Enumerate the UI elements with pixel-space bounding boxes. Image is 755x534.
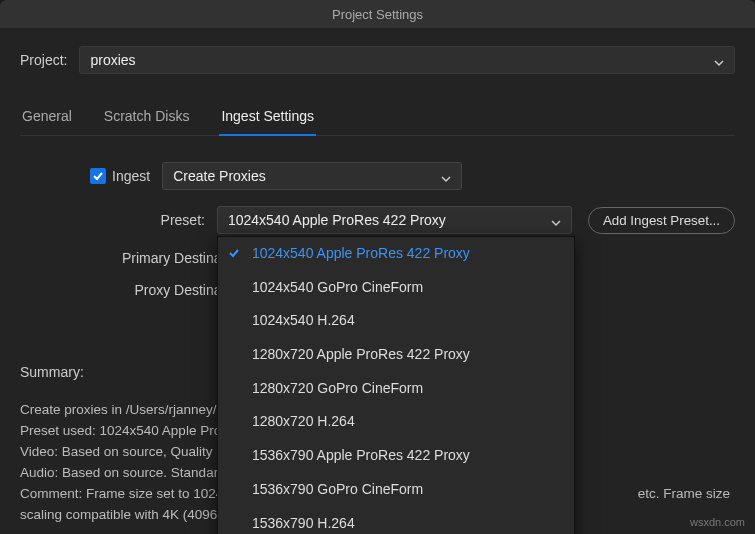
chevron-down-icon — [441, 171, 451, 181]
project-value: proxies — [90, 52, 135, 68]
preset-value: 1024x540 Apple ProRes 422 Proxy — [228, 212, 446, 228]
preset-label: Preset: — [90, 212, 217, 228]
preset-option[interactable]: 1536x790 GoPro CineForm — [218, 473, 574, 507]
preset-dropdown-menu: 1024x540 Apple ProRes 422 Proxy1024x540 … — [217, 236, 575, 534]
preset-option-label: 1024x540 GoPro CineForm — [252, 279, 423, 295]
check-icon — [228, 244, 240, 266]
chevron-down-icon — [714, 55, 724, 65]
summary-line: scaling compatible with 4K (4096x2 — [20, 507, 232, 522]
summary-line: Preset used: 1024x540 Apple ProRe — [20, 423, 238, 438]
window-title: Project Settings — [332, 7, 423, 22]
summary-line: etc. Frame size — [638, 484, 730, 505]
titlebar: Project Settings — [0, 0, 755, 28]
ingest-label: Ingest — [112, 168, 150, 184]
preset-option-label: 1536x790 Apple ProRes 422 Proxy — [252, 447, 470, 463]
preset-option[interactable]: 1280x720 GoPro CineForm — [218, 372, 574, 406]
summary-line: Audio: Based on source. Standard: — [20, 465, 229, 480]
project-row: Project: proxies — [20, 46, 735, 74]
tab-ingest-settings[interactable]: Ingest Settings — [219, 102, 316, 136]
preset-option-label: 1280x720 Apple ProRes 422 Proxy — [252, 346, 470, 362]
preset-option-label: 1280x720 GoPro CineForm — [252, 380, 423, 396]
tab-general[interactable]: General — [20, 102, 74, 135]
preset-option-label: 1280x720 H.264 — [252, 413, 355, 429]
ingest-form: Ingest Create Proxies Preset: 1024x540 A… — [20, 162, 735, 298]
check-icon — [92, 170, 104, 182]
preset-option[interactable]: 1024x540 GoPro CineForm — [218, 271, 574, 305]
summary-line: Comment: Frame size set to 1024x5 — [20, 484, 238, 505]
tab-scratch-disks[interactable]: Scratch Disks — [102, 102, 192, 135]
preset-option-label: 1024x540 Apple ProRes 422 Proxy — [252, 245, 470, 261]
preset-dropdown[interactable]: 1024x540 Apple ProRes 422 Proxy — [217, 206, 572, 234]
preset-option[interactable]: 1536x790 H.264 — [218, 507, 574, 535]
ingest-mode-value: Create Proxies — [173, 168, 266, 184]
preset-option-label: 1536x790 GoPro CineForm — [252, 481, 423, 497]
preset-option[interactable]: 1024x540 H.264 — [218, 304, 574, 338]
chevron-down-icon — [551, 215, 561, 225]
summary-line: Video: Based on source, Quality 100 — [20, 444, 239, 459]
project-dropdown[interactable]: proxies — [79, 46, 735, 74]
preset-option-label: 1024x540 H.264 — [252, 312, 355, 328]
project-label: Project: — [20, 52, 67, 68]
tabs: General Scratch Disks Ingest Settings — [20, 102, 735, 136]
content-area: Project: proxies General Scratch Disks I… — [0, 28, 755, 534]
ingest-mode-dropdown[interactable]: Create Proxies — [162, 162, 462, 190]
preset-option-label: 1536x790 H.264 — [252, 515, 355, 531]
preset-option[interactable]: 1280x720 H.264 — [218, 405, 574, 439]
ingest-checkbox[interactable] — [90, 168, 106, 184]
add-ingest-preset-button[interactable]: Add Ingest Preset... — [588, 207, 735, 234]
preset-option[interactable]: 1280x720 Apple ProRes 422 Proxy — [218, 338, 574, 372]
preset-option[interactable]: 1024x540 Apple ProRes 422 Proxy — [218, 237, 574, 271]
watermark: wsxdn.com — [690, 516, 745, 528]
summary-line: Create proxies in /Users/rjanney/Do — [20, 402, 234, 417]
preset-option[interactable]: 1536x790 Apple ProRes 422 Proxy — [218, 439, 574, 473]
